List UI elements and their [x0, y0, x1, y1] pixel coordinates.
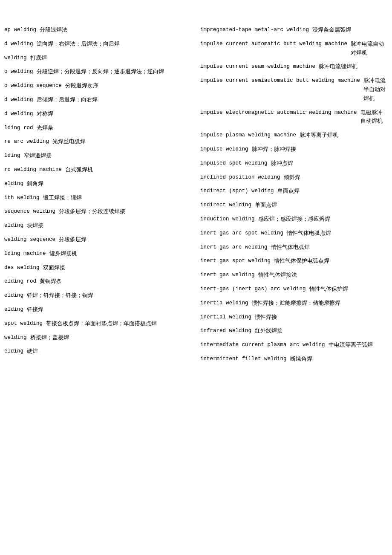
column-left: ep welding分段退焊法d welding逆向焊；右焊法；后焊法；向后焊w… — [0, 26, 196, 369]
list-item: welding桥接焊；盖板焊 — [4, 333, 192, 342]
list-item: impulse current seam welding machine脉冲电流… — [200, 62, 388, 71]
entry-def: 浸焊条金属弧焊 — [312, 26, 388, 35]
list-item: inert-gas (inert gas) arc welding惰性气体保护焊 — [200, 285, 388, 294]
entry-def: 惯性焊接 — [255, 313, 388, 322]
entry-def: 硬焊 — [27, 347, 192, 356]
list-item: spot welding带接合板点焊；单面衬垫点焊；单面搭板点焊 — [4, 319, 192, 328]
list-item: impulse electromagnetic automatic weldin… — [200, 108, 388, 126]
entry-term: impulse welding — [200, 145, 248, 154]
entry-def: 台式弧焊机 — [65, 165, 192, 174]
list-item: des welding双面焊接 — [4, 263, 192, 272]
list-item: inert gas arc spot welding惰性气体电弧点焊 — [200, 229, 388, 238]
entry-def: 后倾焊；后退焊；向右焊 — [37, 95, 192, 104]
entry-term: elding rod — [4, 277, 36, 286]
entry-def: 双面焊接 — [43, 263, 192, 272]
entry-term: indirect welding — [200, 201, 251, 210]
list-item: elding rod黄铜焊条 — [4, 277, 192, 286]
entry-term: impulse current semiautomatic butt weldi… — [200, 76, 360, 103]
entry-term: impregnated-tape metal-arc welding — [200, 26, 309, 35]
list-item: inert gas arc welding惰性气体电弧焊 — [200, 243, 388, 252]
list-item: impregnated-tape metal-arc welding浸焊条金属弧… — [200, 26, 388, 35]
entry-def: 惰性气体电弧点焊 — [287, 229, 388, 238]
entry-term: inert gas spot welding — [200, 257, 271, 266]
entry-def: 脉冲电流自动对焊机 — [351, 40, 388, 58]
list-item: lding rod光焊条 — [4, 124, 192, 133]
entry-term: rc welding machine — [4, 165, 62, 174]
list-item: re arc welding光焊丝电弧焊 — [4, 137, 192, 146]
list-item: o welding分段逆焊；分段退焊；反向焊；逐步退焊法；逆向焊 — [4, 67, 192, 76]
entry-term: elding — [4, 291, 23, 300]
entry-def: 分段退焊次序 — [65, 81, 192, 90]
list-item: welding sequence分段多层焊 — [4, 235, 192, 244]
list-item: d welding后倾焊；后退焊；向右焊 — [4, 95, 192, 104]
entry-def: 单面点焊 — [277, 187, 388, 196]
entry-term: welding — [4, 333, 27, 342]
entry-def: 惰性气体电弧焊 — [271, 243, 388, 252]
entry-def: 惯性焊接；贮能摩擦焊；储能摩擦焊 — [252, 299, 388, 308]
entry-term: indirect (spot) welding — [200, 187, 274, 196]
entry-def: 光焊丝电弧焊 — [52, 137, 192, 146]
entry-term: impulse current seam welding machine — [200, 62, 315, 71]
entry-term: d welding — [4, 110, 33, 119]
entry-term: inert gas welding — [200, 271, 255, 280]
list-item: ep welding分段退焊法 — [4, 26, 192, 35]
entry-def: 斜角焊 — [27, 179, 192, 188]
list-item: elding块焊接 — [4, 221, 192, 230]
entry-def: 带接合板点焊；单面衬垫点焊；单面搭板点焊 — [46, 319, 192, 328]
entry-def: 断续角焊 — [290, 355, 388, 364]
entry-def: 单面点焊 — [255, 201, 388, 210]
entry-def: 块焊接 — [27, 221, 192, 230]
entry-term: o welding — [4, 67, 33, 76]
entry-def: 惰性气体焊接法 — [258, 271, 388, 280]
list-item: elding钎接焊 — [4, 305, 192, 314]
list-item: impulse current automatic butt welding m… — [200, 40, 388, 58]
entry-def: 倾斜焊 — [284, 173, 388, 182]
list-item: intermittent fillet welding断续角焊 — [200, 355, 388, 364]
entry-def: 逆向焊；右焊法；后焊法；向后焊 — [37, 40, 192, 49]
entry-term: intermediate current plasma arc welding — [200, 341, 325, 350]
list-item: welding打底焊 — [4, 54, 192, 63]
entry-def: 光焊条 — [37, 124, 192, 133]
list-item: impulsed spot welding脉冲点焊 — [200, 159, 388, 168]
list-item: impulse current semiautomatic butt weldi… — [200, 76, 388, 103]
entry-term: inert-gas (inert gas) arc welding — [200, 285, 306, 294]
entry-term: welding — [4, 54, 27, 63]
entry-term: inclined position welding — [200, 173, 280, 182]
entry-term: d welding — [4, 95, 33, 104]
entry-term: elding — [4, 305, 23, 314]
list-item: o welding sequence分段退焊次序 — [4, 81, 192, 90]
list-item: d welding对称焊 — [4, 110, 192, 119]
entry-def: 对称焊 — [37, 110, 192, 119]
list-item: elding钎焊；钎焊接；钎接；铜焊 — [4, 291, 192, 300]
entry-term: impulse current automatic butt welding m… — [200, 40, 347, 58]
entry-def: 脉冲点焊 — [271, 159, 388, 168]
list-item: impulse plasma welding machine脉冲等离子焊机 — [200, 131, 388, 140]
entry-def: 脉冲等离子焊机 — [300, 131, 388, 140]
list-item: intermediate current plasma arc welding中… — [200, 341, 388, 350]
entry-def: 脉冲焊；脉冲焊接 — [252, 145, 388, 154]
entry-term: elding — [4, 221, 23, 230]
entry-def: 桥接焊；盖板焊 — [30, 333, 192, 342]
entry-def: 黄铜焊条 — [40, 277, 192, 286]
list-item: induction welding感应焊；感应焊接；感应熔焊 — [200, 215, 388, 224]
entry-term: elding — [4, 179, 23, 188]
entry-def: 分段退焊法 — [40, 26, 192, 35]
list-item: inert gas spot welding惰性气体保护电弧点焊 — [200, 257, 388, 266]
entry-def: 惰性气体保护焊 — [309, 285, 388, 294]
list-item: lding machine罐身焊接机 — [4, 249, 192, 258]
entry-term: re arc welding — [4, 137, 49, 146]
list-item: elding硬焊 — [4, 347, 192, 356]
entry-term: impulse electromagnetic automatic weldin… — [200, 108, 357, 126]
entry-def: 感应焊；感应焊接；感应熔焊 — [258, 215, 388, 224]
entry-term: o welding sequence — [4, 81, 62, 90]
list-item: indirect (spot) welding单面点焊 — [200, 187, 388, 196]
list-item: indirect welding单面点焊 — [200, 201, 388, 210]
entry-term: elding — [4, 347, 23, 356]
entry-term: lding rod — [4, 124, 33, 133]
entry-def: 分段多层焊 — [59, 235, 192, 244]
entry-term: spot welding — [4, 319, 43, 328]
entry-def: 脉冲电流半自动对焊机 — [363, 76, 388, 103]
list-item: sequence welding分段多层焊；分段连续焊接 — [4, 207, 192, 216]
entry-term: inert gas arc spot welding — [200, 229, 283, 238]
entry-def: 窄焊道焊接 — [24, 151, 192, 160]
